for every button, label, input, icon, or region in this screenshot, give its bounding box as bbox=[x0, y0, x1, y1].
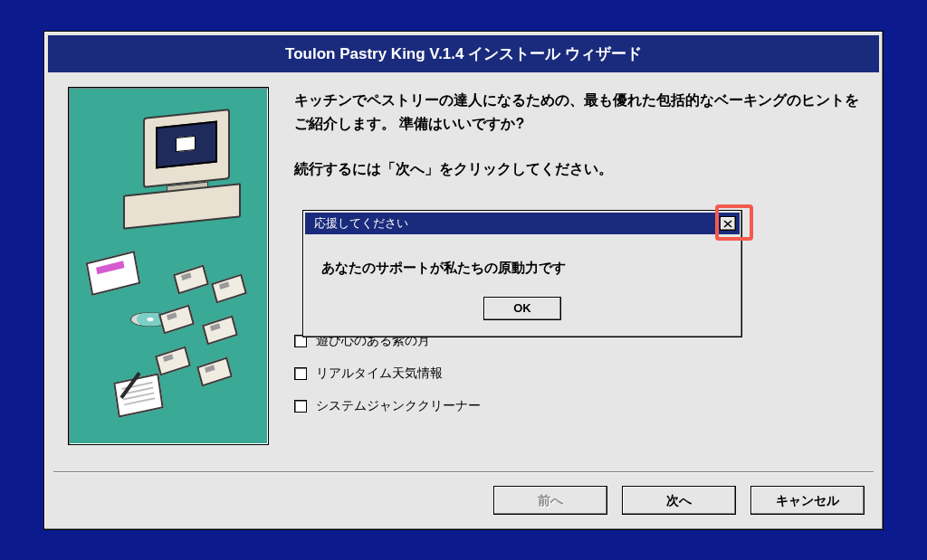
dialog-footer: OK bbox=[303, 288, 741, 337]
footer-buttons: 前へ 次へ キャンセル bbox=[493, 486, 865, 515]
ok-button[interactable]: OK bbox=[483, 297, 561, 320]
close-icon bbox=[723, 220, 732, 228]
footer-divider bbox=[53, 471, 874, 473]
option-label: リアルタイム天気情報 bbox=[316, 365, 443, 382]
wizard-title: Toulon Pastry King V.1.4 インストール ウィザード bbox=[285, 45, 642, 62]
close-button[interactable] bbox=[720, 216, 736, 231]
back-button: 前へ bbox=[493, 486, 607, 515]
option-row[interactable]: システムジャンククリーナー bbox=[294, 398, 863, 414]
wizard-illustration bbox=[68, 87, 269, 445]
intro-text: キッチンでペストリーの達人になるための、最も優れた包括的なベーキングのヒントをご… bbox=[294, 89, 863, 135]
dialog-title-bar: 応援してください bbox=[305, 213, 740, 234]
continue-text: 続行するには「次へ」をクリックしてください。 bbox=[294, 160, 863, 179]
checkbox[interactable] bbox=[294, 367, 307, 380]
dialog-body: あなたのサポートが私たちの原動力です bbox=[303, 236, 741, 288]
wizard-title-bar: Toulon Pastry King V.1.4 インストール ウィザード bbox=[48, 35, 879, 72]
checkbox[interactable] bbox=[294, 400, 307, 413]
support-dialog: 応援してください あなたのサポートが私たちの原動力です OK bbox=[302, 210, 742, 337]
dialog-title: 応援してください bbox=[314, 215, 408, 232]
next-button[interactable]: 次へ bbox=[622, 486, 736, 515]
option-row[interactable]: リアルタイム天気情報 bbox=[294, 365, 863, 382]
option-label: システムジャンククリーナー bbox=[316, 398, 481, 414]
options-list: 遊び心のある紫の月 リアルタイム天気情報 システムジャンククリーナー bbox=[294, 333, 863, 414]
cancel-button[interactable]: キャンセル bbox=[750, 486, 865, 515]
